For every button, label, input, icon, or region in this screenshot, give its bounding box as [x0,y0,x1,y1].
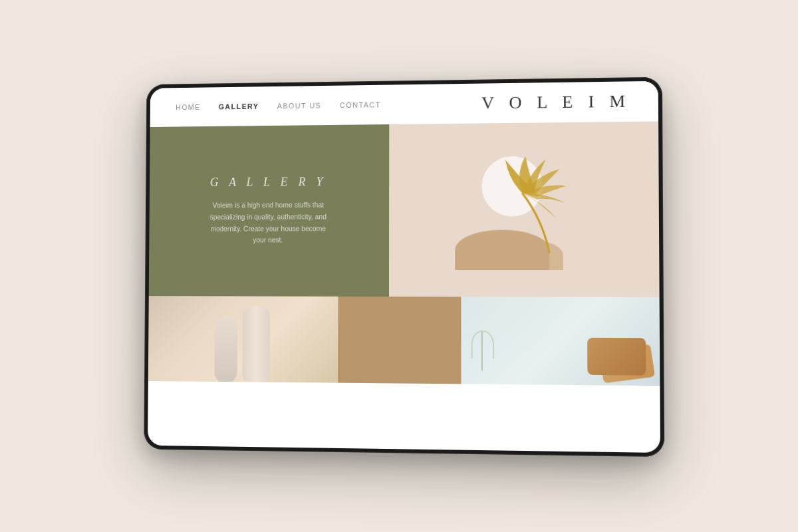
vase-2 [243,306,271,382]
pillow-scene [461,297,660,386]
nav-about[interactable]: ABOUT US [277,102,322,110]
gallery-item-vase[interactable] [148,296,338,383]
nav-home[interactable]: HOME [176,103,201,111]
tablet-screen: HOME GALLERY ABOUT US CONTACT V O L E I … [148,81,660,453]
navigation: HOME GALLERY ABOUT US CONTACT V O L E I … [150,81,658,127]
hero-section: G A L L E R Y Voleim is a high end home … [149,121,660,297]
nav-contact[interactable]: CONTACT [340,100,381,109]
grass-decoration [481,331,482,371]
hero-right [389,121,660,297]
pillow-1 [587,338,646,376]
nav-gallery[interactable]: GALLERY [219,102,259,111]
palm-leaf-icon [502,152,597,263]
vase-1 [215,316,238,382]
hero-left: G A L L E R Y Voleim is a high end home … [149,124,389,297]
tablet-frame: HOME GALLERY ABOUT US CONTACT V O L E I … [144,77,664,458]
brand-logo: V O L E I M [481,91,630,113]
hero-title: G A L L E R Y [210,175,327,190]
gallery-item-tan[interactable] [338,297,461,384]
art-illustration [442,142,604,277]
gallery-item-pillow[interactable] [461,297,660,386]
vase-group [215,303,271,382]
gallery-grid [148,296,660,386]
nav-links: HOME GALLERY ABOUT US CONTACT [176,100,381,111]
hero-description: Voleim is a high end home stuffs that sp… [203,200,334,247]
